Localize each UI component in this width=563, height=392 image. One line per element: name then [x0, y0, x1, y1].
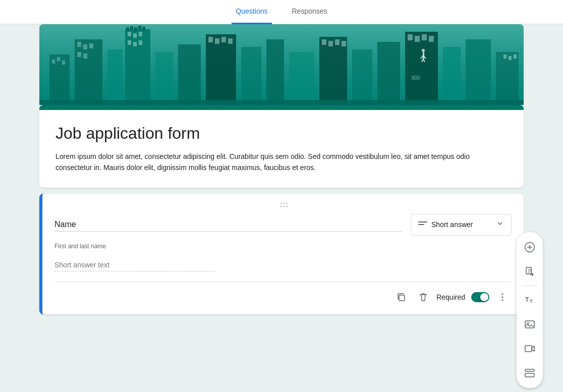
svg-rect-28	[208, 37, 213, 42]
delete-button[interactable]	[414, 288, 432, 306]
title-card: Job application form Lorem ipsum dolor s…	[39, 105, 524, 188]
svg-rect-35	[319, 37, 347, 105]
svg-rect-69	[399, 295, 405, 301]
svg-rect-32	[241, 47, 261, 105]
add-image-button[interactable]	[519, 313, 541, 335]
tab-questions[interactable]: Questions	[232, 0, 271, 24]
add-section-button[interactable]	[519, 362, 541, 384]
svg-rect-17	[128, 40, 131, 45]
add-title-button[interactable]: T T	[519, 289, 541, 311]
svg-rect-68	[418, 224, 424, 225]
svg-rect-23	[138, 26, 141, 30]
svg-rect-6	[75, 39, 102, 105]
svg-point-72	[502, 299, 503, 301]
required-toggle[interactable]	[471, 292, 489, 302]
sidebar-divider-1	[522, 286, 538, 286]
more-options-button[interactable]	[493, 288, 512, 306]
svg-rect-16	[139, 32, 142, 36]
svg-rect-52	[509, 56, 512, 60]
svg-rect-9	[89, 43, 93, 48]
svg-rect-50	[496, 52, 519, 105]
svg-rect-79	[525, 346, 532, 352]
question-top-row: Short answer	[54, 214, 512, 236]
svg-rect-53	[514, 54, 517, 59]
hero-banner: 800	[39, 24, 524, 105]
form-title: Job application form	[55, 124, 508, 143]
toggle-thumb	[480, 293, 488, 301]
svg-rect-38	[335, 39, 340, 45]
svg-rect-33	[266, 39, 284, 105]
question-helper-text: First and last name	[54, 242, 512, 251]
question-name-input[interactable]	[54, 218, 403, 232]
svg-point-63	[287, 202, 288, 204]
svg-text:800: 800	[412, 75, 420, 81]
svg-point-55	[422, 49, 425, 52]
svg-rect-15	[133, 33, 137, 38]
svg-point-62	[284, 202, 285, 204]
svg-rect-46	[429, 36, 434, 42]
svg-rect-19	[139, 40, 142, 45]
svg-rect-26	[178, 44, 201, 105]
card-divider	[54, 282, 512, 282]
svg-rect-11	[83, 53, 87, 59]
drag-handle[interactable]	[54, 202, 512, 208]
tab-responses[interactable]: Responses	[288, 0, 331, 24]
question-input-wrapper	[54, 218, 403, 232]
short-answer-field[interactable]	[54, 259, 216, 271]
svg-rect-37	[328, 41, 333, 46]
question-card: Short answer First and last name	[39, 194, 524, 314]
form-area: Job application form Lorem ipsum dolor s…	[0, 105, 563, 324]
hero-illustration: 800	[39, 24, 524, 105]
svg-rect-41	[377, 42, 400, 105]
import-questions-button[interactable]	[519, 260, 541, 283]
svg-rect-48	[443, 47, 461, 105]
short-answer-icon	[418, 219, 427, 230]
svg-rect-24	[142, 27, 145, 31]
svg-rect-80	[525, 369, 534, 371]
svg-rect-77	[525, 321, 534, 328]
svg-rect-20	[126, 27, 129, 31]
svg-rect-3	[52, 60, 55, 64]
svg-rect-4	[57, 57, 60, 61]
right-sidebar: T T	[517, 232, 543, 388]
svg-point-66	[287, 205, 288, 207]
svg-rect-39	[342, 41, 346, 46]
add-video-button[interactable]	[519, 338, 541, 360]
svg-rect-22	[134, 27, 137, 31]
svg-text:T: T	[525, 296, 529, 303]
svg-rect-34	[289, 52, 314, 105]
svg-rect-10	[77, 52, 81, 57]
svg-rect-45	[422, 34, 427, 40]
add-question-button[interactable]	[519, 236, 541, 258]
svg-rect-5	[62, 61, 65, 65]
answer-type-label: Short answer	[431, 220, 492, 229]
svg-rect-40	[352, 49, 372, 105]
toggle-track[interactable]	[471, 292, 489, 302]
content-scroll: 800	[0, 24, 563, 324]
svg-point-71	[502, 296, 503, 298]
svg-rect-25	[155, 52, 173, 105]
form-description: Lorem ipsum dolor sit amet, consectetur …	[55, 151, 508, 174]
svg-rect-42	[405, 32, 438, 105]
svg-rect-21	[130, 26, 133, 30]
svg-text:T: T	[530, 299, 533, 304]
svg-rect-44	[415, 36, 420, 42]
svg-rect-49	[466, 39, 491, 105]
top-nav: Questions Responses	[0, 0, 563, 24]
answer-type-dropdown[interactable]: Short answer	[411, 214, 512, 236]
svg-rect-12	[107, 49, 123, 105]
svg-rect-27	[206, 34, 236, 105]
card-toolbar: Required	[54, 288, 512, 306]
svg-rect-18	[133, 42, 137, 46]
svg-rect-31	[228, 38, 233, 44]
svg-point-65	[284, 205, 285, 207]
duplicate-button[interactable]	[392, 288, 410, 306]
svg-rect-36	[322, 39, 326, 45]
required-label: Required	[436, 293, 465, 301]
svg-point-70	[502, 293, 503, 295]
svg-rect-43	[408, 34, 413, 40]
svg-point-64	[280, 205, 282, 207]
banner-wrapper: 800	[0, 24, 563, 105]
page-wrapper: Questions Responses	[0, 0, 563, 392]
svg-rect-7	[77, 42, 81, 47]
